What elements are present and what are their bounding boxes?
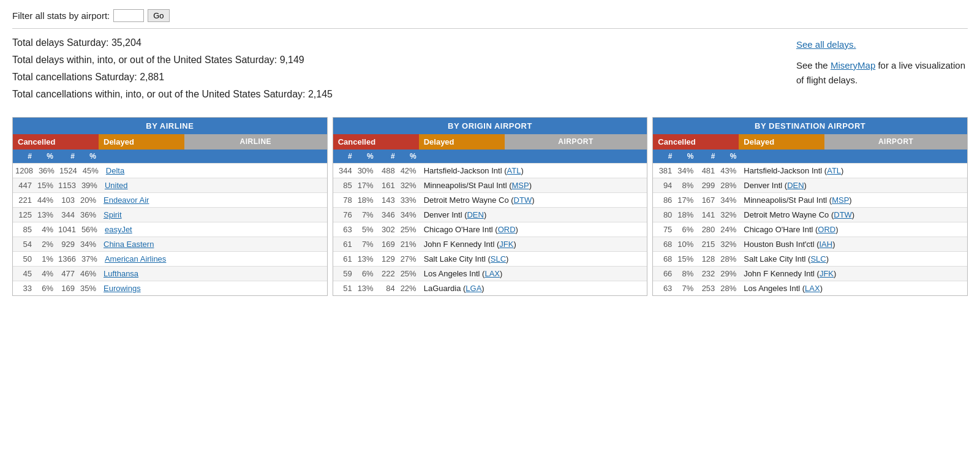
- airline-link[interactable]: China Eastern: [104, 240, 154, 249]
- origin-code-link[interactable]: JFK: [499, 240, 513, 249]
- airline-link[interactable]: Endeavor Air: [104, 195, 149, 205]
- airline-link[interactable]: Spirit: [104, 210, 122, 219]
- airline-name: Lufthansa: [99, 267, 327, 281]
- d-num: 1366: [56, 252, 78, 266]
- dest-code-link[interactable]: JFK: [820, 269, 834, 278]
- origin-code-link[interactable]: MSP: [511, 181, 529, 190]
- destination-row: 63 7% 253 28% Los Angeles Intl (LAX): [653, 281, 967, 295]
- origin-code-link[interactable]: LAX: [484, 269, 500, 278]
- dd-pct: 28%: [717, 281, 739, 295]
- by-destination-table: BY DESTINATION AIRPORT Cancelled Delayed…: [652, 117, 968, 296]
- airline-row: 125 13% 344 36% Spirit: [13, 207, 327, 222]
- d-pct-label: %: [77, 150, 99, 163]
- airline-name: China Eastern: [99, 237, 327, 251]
- misery-map-link[interactable]: MiseryMap: [831, 60, 875, 70]
- dd-pct: 24%: [717, 222, 739, 237]
- go-button[interactable]: Go: [148, 9, 169, 22]
- origin-airport-name: Detroit Metro Wayne Co (DTW): [419, 193, 647, 207]
- dc-num: 66: [653, 267, 674, 281]
- dc-num: 68: [653, 237, 674, 251]
- airline-name: Eurowings: [99, 281, 327, 295]
- by-destination-col-headers: Cancelled Delayed AIRPORT: [653, 134, 967, 150]
- see-all-delays-link[interactable]: See all delays.: [796, 39, 856, 50]
- od-pct: 42%: [398, 164, 419, 178]
- dest-sub-label: [739, 150, 967, 163]
- airline-rows: 1208 36% 1524 45% Delta 447 15% 1153 39%…: [13, 163, 327, 295]
- cancelled-header: Cancelled: [13, 134, 99, 150]
- dc-hash-label: #: [653, 150, 674, 163]
- dest-airport-name: Chicago O'Hare Intl (ORD): [739, 222, 967, 237]
- d-num: 1524: [57, 164, 80, 178]
- origin-code-link[interactable]: ATL: [507, 166, 521, 175]
- airline-link[interactable]: Delta: [106, 166, 124, 175]
- dest-code-link[interactable]: LAX: [805, 284, 820, 293]
- d-pct: 46%: [77, 267, 99, 281]
- origin-code-link[interactable]: DEN: [467, 210, 483, 219]
- d-pct: 36%: [77, 208, 99, 222]
- dc-num: 68: [653, 252, 674, 266]
- airline-link[interactable]: Lufthansa: [104, 269, 138, 278]
- us-delays-label: Total delays within, into, or out of the…: [12, 55, 277, 65]
- od-num: 302: [376, 222, 398, 237]
- airline-link[interactable]: American Airlines: [105, 254, 166, 263]
- dest-code-link[interactable]: DEN: [787, 181, 804, 190]
- dd-num: 167: [696, 193, 717, 207]
- c-num: 85: [13, 222, 34, 237]
- by-airline-col-headers: Cancelled Delayed AIRLINE: [13, 134, 327, 150]
- c-num: 1208: [13, 164, 36, 178]
- destination-row: 86 17% 167 34% Minneapolis/St Paul Intl …: [653, 192, 967, 207]
- origin-code-link[interactable]: LGA: [466, 284, 481, 293]
- oc-hash-label: #: [333, 150, 355, 163]
- airline-header: AIRLINE: [184, 134, 327, 150]
- od-num: 169: [376, 237, 398, 251]
- oc-num: 59: [333, 267, 355, 281]
- total-cancellations-value: 2,881: [140, 72, 164, 82]
- destination-row: 68 10% 215 32% Houston Bush Int'ctl (IAH…: [653, 237, 967, 251]
- oc-pct: 7%: [355, 237, 376, 251]
- c-num: 221: [13, 193, 34, 207]
- origin-code-link[interactable]: SLC: [491, 254, 506, 263]
- dd-pct: 34%: [717, 193, 739, 207]
- origin-code-link[interactable]: ORD: [498, 225, 516, 234]
- dd-pct-label: %: [717, 150, 739, 163]
- airline-link[interactable]: easyJet: [105, 225, 132, 234]
- c-hash-label: #: [13, 150, 34, 163]
- dest-code-link[interactable]: IAH: [820, 240, 833, 249]
- origin-row: 61 13% 129 27% Salt Lake City Intl (SLC): [333, 251, 647, 266]
- dest-code-link[interactable]: MSP: [832, 195, 849, 205]
- c-num: 50: [13, 252, 34, 266]
- origin-row: 63 5% 302 25% Chicago O'Hare Intl (ORD): [333, 222, 647, 237]
- airport-filter-input[interactable]: [113, 9, 144, 22]
- origin-airport-header: AIRPORT: [505, 134, 647, 150]
- dd-pct: 28%: [717, 178, 739, 192]
- c-num: 125: [13, 208, 34, 222]
- dest-code-link[interactable]: ORD: [818, 225, 835, 234]
- airline-name: American Airlines: [100, 252, 327, 266]
- od-hash-label: #: [376, 150, 398, 163]
- airline-row: 45 4% 477 46% Lufthansa: [13, 266, 327, 281]
- dest-airport-name: Minneapolis/St Paul Intl (MSP): [739, 193, 967, 207]
- d-pct: 35%: [77, 281, 99, 295]
- airline-link[interactable]: Eurowings: [104, 284, 141, 293]
- dest-code-link[interactable]: ATL: [827, 166, 841, 175]
- od-pct: 34%: [398, 208, 419, 222]
- total-cancellations-label: Total cancellations Saturday:: [12, 72, 137, 82]
- by-destination-title: BY DESTINATION AIRPORT: [653, 118, 967, 134]
- dd-num: 253: [696, 281, 717, 295]
- dd-num: 481: [696, 164, 717, 178]
- origin-code-link[interactable]: DTW: [514, 195, 532, 205]
- by-origin-col-headers: Cancelled Delayed AIRPORT: [333, 134, 647, 150]
- dc-pct: 7%: [674, 281, 696, 295]
- origin-delayed-header: Delayed: [419, 134, 505, 150]
- dest-code-link[interactable]: DTW: [834, 210, 852, 219]
- dc-num: 94: [653, 178, 674, 192]
- origin-row: 61 7% 169 21% John F Kennedy Intl (JFK): [333, 237, 647, 251]
- origin-airport-name: Minneapolis/St Paul Intl (MSP): [419, 178, 647, 192]
- od-num: 346: [376, 208, 398, 222]
- od-num: 143: [376, 193, 398, 207]
- d-num: 169: [56, 281, 77, 295]
- dd-pct: 43%: [717, 164, 739, 178]
- dest-code-link[interactable]: SLC: [810, 254, 826, 263]
- origin-row: 85 17% 161 32% Minneapolis/St Paul Intl …: [333, 178, 647, 192]
- airline-link[interactable]: United: [105, 181, 128, 190]
